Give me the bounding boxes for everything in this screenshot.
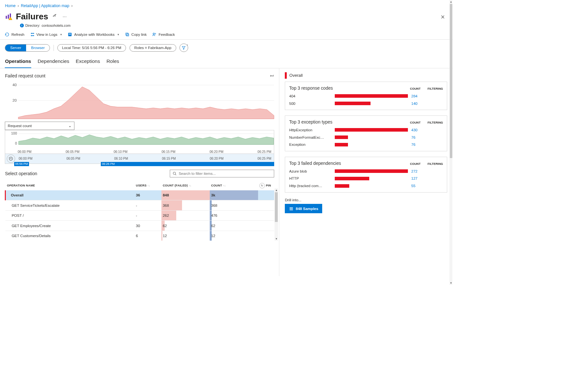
time-brush[interactable]: 06:00 PM06:05 PM06:10 PM 06:15 PM06:20 P…	[5, 154, 274, 164]
operations-table: OPERATION NAME USERS↑↓ COUNT (FAILED)↑↓ …	[5, 181, 274, 241]
failed-request-chart[interactable]: 40 20	[5, 82, 274, 121]
table-row[interactable]: Overall 36 848 3k	[5, 190, 274, 200]
card-row[interactable]: 500 140	[289, 98, 443, 105]
op-failed: 62	[161, 221, 210, 231]
op-users: -	[134, 200, 161, 210]
refresh-button[interactable]: Refresh	[5, 32, 24, 37]
browser-pill[interactable]: Browser	[26, 45, 50, 51]
svg-rect-0	[6, 16, 7, 19]
chart-title: Failed request count	[5, 73, 45, 78]
breadcrumb-home[interactable]: Home	[5, 4, 15, 8]
failures-icon	[5, 13, 12, 20]
search-input[interactable]	[170, 170, 274, 177]
more-button[interactable]: ···	[62, 13, 68, 20]
chevron-right-icon: ›	[71, 4, 72, 8]
card-title: Top 3 response codes	[289, 85, 333, 91]
server-pill[interactable]: Server	[5, 45, 26, 51]
op-count: 476	[210, 210, 258, 220]
card-row[interactable]: HTTP 127	[289, 173, 443, 181]
op-name: Overall	[5, 190, 134, 200]
col-count[interactable]: COUNT↑↓	[210, 181, 258, 190]
server-browser-toggle[interactable]: Server Browser	[5, 44, 50, 52]
count-link[interactable]: 284	[411, 94, 424, 98]
card-row[interactable]: Exception 76	[289, 139, 443, 147]
select-operation-title: Select operation	[5, 171, 37, 176]
search-icon	[173, 172, 177, 175]
svg-text:40: 40	[13, 83, 17, 87]
count-link[interactable]: 127	[411, 176, 424, 180]
roles-filter[interactable]: Roles = Fabrikam-App	[130, 44, 176, 52]
card-row[interactable]: HttpException 430	[289, 125, 443, 132]
logs-icon	[30, 32, 34, 37]
op-count: 62	[210, 221, 258, 231]
tab-operations[interactable]: Operations	[5, 58, 31, 68]
view-in-logs-button[interactable]: View in Logs ▼	[30, 32, 63, 37]
drill-into-label: Drill into...	[285, 198, 447, 202]
tab-roles[interactable]: Roles	[106, 58, 119, 68]
svg-rect-6	[32, 33, 34, 34]
op-users: -	[134, 210, 161, 220]
analyze-workbooks-button[interactable]: Analyze with Workbooks ▼	[68, 32, 120, 37]
tab-exceptions[interactable]: Exceptions	[76, 58, 100, 68]
op-pin[interactable]	[258, 210, 274, 220]
toolbar: Refresh View in Logs ▼ Analyze with Work…	[0, 30, 453, 40]
directory-label: i Directory: contosohotels.com	[0, 24, 453, 30]
card-row[interactable]: Http (tracked com… 55	[289, 180, 443, 188]
brush-end-handle[interactable]: 06:26 PM	[101, 162, 274, 166]
svg-rect-9	[69, 34, 71, 34]
pin-button[interactable]	[52, 13, 58, 20]
summary-card: Top 3 failed dependencies COUNTFILTERING…	[285, 157, 447, 193]
info-icon: i	[20, 24, 24, 27]
page-scrollbar[interactable]: ▲ ▼	[449, 0, 452, 285]
divider	[53, 45, 54, 51]
count-link[interactable]: 140	[411, 102, 424, 105]
op-count: 3k	[210, 190, 258, 200]
op-count: 368	[210, 200, 258, 210]
feedback-button[interactable]: Feedback	[152, 32, 175, 37]
svg-point-24	[173, 172, 176, 175]
time-range-selector[interactable]: Local Time: 5/16 5:56 PM - 6:26 PM	[57, 44, 126, 52]
card-title: Top 3 exception types	[289, 119, 333, 125]
count-link[interactable]: 55	[411, 184, 424, 188]
table-row[interactable]: GET ServiceTickets/Escalate - 368 368	[5, 200, 274, 210]
summary-card: Top 3 response codes COUNTFILTERING 404 …	[285, 82, 447, 110]
op-pin[interactable]	[258, 221, 274, 231]
count-link[interactable]: 76	[411, 143, 424, 146]
svg-line-25	[175, 174, 176, 175]
table-row[interactable]: POST / - 262 476	[5, 210, 274, 220]
copy-link-button[interactable]: Copy link	[125, 32, 147, 37]
samples-button[interactable]: 848 Samples	[285, 204, 322, 213]
table-row[interactable]: GET Customers/Details 6 12 12	[5, 231, 274, 241]
op-pin[interactable]	[258, 200, 274, 210]
table-row[interactable]: GET Employees/Create 30 62 62	[5, 221, 274, 231]
search-field[interactable]	[179, 172, 272, 175]
card-title: Top 3 failed dependencies	[289, 161, 341, 166]
svg-rect-28	[289, 210, 293, 210]
request-count-chart[interactable]: 100 0	[5, 130, 274, 149]
col-pin[interactable]: ↻ PIN	[258, 181, 274, 190]
feedback-icon	[152, 32, 157, 37]
op-pin[interactable]	[258, 231, 274, 241]
card-row[interactable]: NumberFormatExc… 76	[289, 132, 443, 139]
pin-chart-button[interactable]	[268, 72, 275, 80]
card-row[interactable]: Azure blob 272	[289, 166, 443, 173]
svg-rect-10	[69, 35, 71, 35]
count-link[interactable]: 430	[411, 128, 424, 132]
col-failed[interactable]: COUNT (FAILED)↑↓	[161, 181, 210, 190]
op-pin[interactable]	[258, 190, 274, 200]
brush-start-handle[interactable]: 05:56 PM	[14, 162, 29, 166]
card-row[interactable]: 404 284	[289, 91, 443, 98]
count-link[interactable]: 272	[411, 169, 424, 173]
breadcrumb-app[interactable]: RetailApp | Application map	[21, 4, 69, 8]
close-icon[interactable]: ×	[441, 13, 445, 21]
metric-selector[interactable]: Request count ⌄	[5, 122, 74, 130]
add-filter-button[interactable]: +	[179, 44, 188, 52]
chevron-down-icon: ⌄	[68, 124, 72, 128]
col-operation[interactable]: OPERATION NAME	[5, 181, 134, 190]
tab-dependencies[interactable]: Dependencies	[38, 58, 69, 68]
col-users[interactable]: USERS↑↓	[134, 181, 161, 190]
workbook-icon	[68, 32, 72, 37]
count-link[interactable]: 76	[411, 135, 424, 139]
plus-icon: +	[187, 44, 188, 47]
table-scrollbar[interactable]: ▲ ▼	[275, 188, 278, 241]
